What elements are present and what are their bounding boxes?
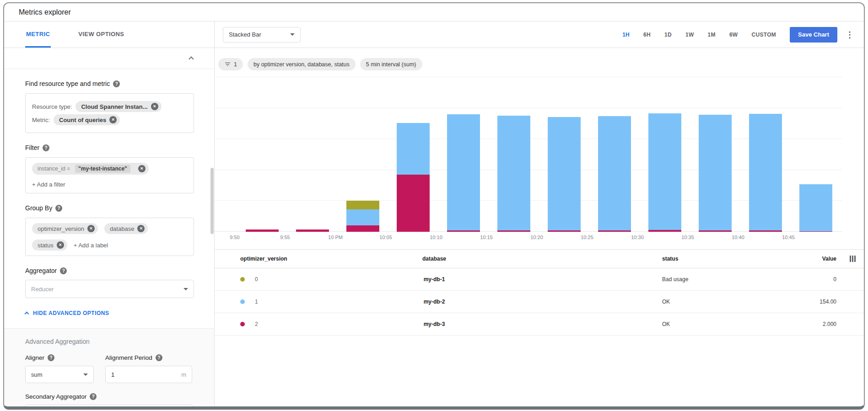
filter-label-row: Filter ? [25,144,194,151]
bar-segment-blue[interactable] [397,123,430,175]
metric-config-panel: METRIC VIEW OPTIONS Find resource type a… [4,21,215,406]
group-by-chip[interactable]: status× [32,240,67,251]
database-value: my-db-1 [352,276,517,283]
tab-metric[interactable]: METRIC [25,21,51,48]
bar-segment-blue[interactable] [648,113,681,230]
legend-row[interactable]: 2my-db-3OK2.000 [215,313,864,336]
help-icon[interactable]: ? [43,144,49,151]
help-icon[interactable]: ? [48,354,54,361]
collapse-card-icon[interactable] [189,56,194,61]
database-value: my-db-3 [352,321,517,327]
chevron-down-icon [290,33,295,36]
tab-view-options[interactable]: VIEW OPTIONS [77,21,125,48]
save-chart-button[interactable]: Save Chart [790,27,837,43]
stacked-bar[interactable] [598,116,631,232]
bar-segment-crimson[interactable] [346,225,379,232]
time-range-1w[interactable]: 1W [685,32,694,38]
metric-chip[interactable]: Count of queries × [54,114,120,125]
stacked-bar[interactable] [497,116,530,232]
stacked-bar[interactable] [648,113,681,232]
bar-segment-blue[interactable] [699,115,732,230]
filter-chip-value: "my-test-instance" [75,165,130,173]
time-range-1m[interactable]: 1M [708,32,716,38]
stacked-bar[interactable] [447,114,480,232]
advanced-aggregation-section: Advanced Aggregation Aligner ? Alignment… [4,328,214,406]
remove-chip-icon[interactable]: × [109,116,117,123]
x-axis-tick-label: 10:25 [581,235,593,240]
filter-count-chip[interactable]: 1 [218,58,243,70]
remove-chip-icon[interactable]: × [138,165,146,172]
optimizer-version-value: 1 [255,299,258,305]
time-range-1h[interactable]: 1H [622,32,630,38]
bar-segment-olive[interactable] [346,201,379,209]
bar-segment-blue[interactable] [447,114,480,230]
find-metric-label: Find resource type and metric [25,80,110,87]
add-filter-link[interactable]: + Add a filter [32,181,187,188]
time-range-1d[interactable]: 1D [664,32,672,38]
remove-chip-icon[interactable]: × [151,103,158,110]
legend-optimizer-cell: 1 [240,299,258,305]
series-color-dot [240,277,245,282]
chart-region: 1 by optimizer version, database, status… [215,48,864,406]
stacked-bar[interactable] [397,123,430,232]
group-by-chip-label: database [110,225,135,232]
bar-segment-blue[interactable] [497,116,530,230]
help-icon[interactable]: ? [60,267,67,274]
secondary-aggregator-select[interactable]: none [25,405,193,406]
remove-chip-icon[interactable]: × [87,225,95,232]
legend-row[interactable]: 0my-db-1Bad usage0 [215,268,864,291]
help-icon[interactable]: ? [90,393,97,400]
help-icon[interactable]: ? [55,205,62,212]
help-icon[interactable]: ? [113,80,120,87]
x-axis-tick-label: 9:55 [280,235,290,240]
aligner-select[interactable]: sum [25,366,94,383]
time-range-6h[interactable]: 6H [643,32,651,38]
aggregator-select[interactable]: Reducer [25,280,194,298]
x-axis-tick-label: 10:05 [379,235,392,240]
bar-segment-blue[interactable] [749,114,782,231]
alignment-period-input[interactable] [111,371,181,378]
stacked-bar[interactable] [699,115,732,232]
stacked-bar[interactable] [749,114,782,232]
metric-label: Metric: [32,117,50,123]
stacked-bar[interactable] [548,117,581,232]
bar-slot [335,73,386,232]
filter-chip[interactable]: instance_id = "my-test-instance" × [32,163,149,175]
column-settings-icon[interactable] [850,256,856,262]
group-by-chip[interactable]: optimizer_version× [32,223,98,234]
col-database: database [352,256,517,262]
filter-list-icon [224,61,231,68]
more-options-icon[interactable]: ⋮ [846,30,854,40]
bar-slot [537,73,587,232]
group-by-chip[interactable]: database× [104,223,148,234]
bar-segment-blue[interactable] [799,184,832,231]
remove-chip-icon[interactable]: × [137,225,145,232]
time-range-custom[interactable]: CUSTOM [751,32,776,38]
help-icon[interactable]: ? [156,354,162,361]
legend-row[interactable]: 1my-db-2OK154.00 [215,291,864,313]
bar-segment-blue[interactable] [346,209,379,225]
bar-slot [436,73,486,232]
panel-scrollbar-thumb[interactable] [210,168,214,234]
group-by-chip-label: status [38,242,54,249]
value-cell: 2.000 [823,321,836,327]
stacked-bar[interactable] [346,201,379,232]
remove-chip-icon[interactable]: × [57,241,64,249]
time-range-6w[interactable]: 6W [729,32,738,38]
bars-container [215,73,839,232]
interval-summary-chip: 5 min interval (sum) [360,58,422,70]
bar-segment-blue[interactable] [548,117,581,231]
bar-segment-crimson[interactable] [397,175,430,232]
alignment-period-field: m [105,366,192,383]
chart-chips-row: 1 by optimizer version, database, status… [218,58,864,70]
chart-type-select[interactable]: Stacked Bar [223,27,301,43]
value-cell: 154.00 [819,299,836,305]
value-cell: 0 [833,276,836,283]
bar-slot [738,73,788,232]
hide-advanced-options-link[interactable]: HIDE ADVANCED OPTIONS [25,310,214,316]
bar-segment-blue[interactable] [598,116,631,231]
database-value: my-db-2 [352,299,517,305]
stacked-bar[interactable] [799,184,832,232]
resource-type-chip[interactable]: Cloud Spanner Instan... × [75,101,161,112]
add-label-link[interactable]: + Add a label [74,242,108,249]
